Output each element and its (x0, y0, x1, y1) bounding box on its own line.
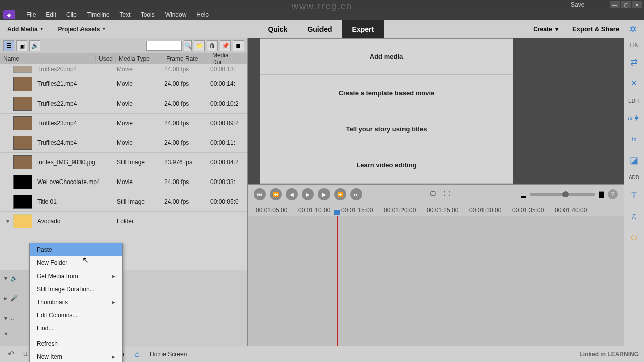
help-icon[interactable]: ? (608, 189, 618, 199)
image-view-icon[interactable]: ▣ (16, 40, 27, 51)
menu-tools[interactable]: Tools (136, 11, 160, 18)
collapse-icon[interactable]: ▾ (4, 315, 7, 322)
ctx-find[interactable]: Find... (30, 322, 122, 335)
list-view-icon[interactable]: ☰ (3, 40, 14, 51)
ctx-thumbnails[interactable]: Thumbnails▶ (30, 296, 122, 309)
close-button[interactable]: ✕ (632, 1, 642, 8)
zoom-in-icon[interactable]: ▇ (599, 191, 604, 198)
zoom-out-icon[interactable]: ▂ (521, 191, 526, 198)
zoom-slider[interactable] (530, 193, 595, 196)
ctx-edit-columns[interactable]: Edit Columns... (30, 309, 122, 322)
music-icon[interactable]: ♫ (628, 210, 641, 223)
asset-list: Truffles20.mp4Movie24.00 fps00:00:13: Tr… (0, 64, 247, 270)
search-input[interactable] (146, 41, 182, 51)
gear-icon[interactable]: ✲ (626, 24, 640, 35)
tab-expert[interactable]: Expert (342, 20, 384, 38)
goto-end-button[interactable]: ⏭ (350, 188, 362, 200)
asset-row[interactable]: Truffles20.mp4Movie24.00 fps00:00:13: (0, 64, 247, 74)
effects-icon[interactable]: fx✦ (628, 112, 641, 125)
folder-icon[interactable]: 📁 (194, 40, 205, 51)
search-icon[interactable]: 🔍 (184, 40, 192, 51)
ctx-new-folder[interactable]: New Folder (30, 256, 122, 269)
trash-icon[interactable]: 🗑 (207, 40, 218, 51)
asset-row[interactable]: Truffles23.mp4Movie24.00 fps00:00:09:2 (0, 114, 247, 133)
tab-guided[interactable]: Guided (297, 20, 342, 38)
audio-icon[interactable]: 🔊 (29, 40, 40, 51)
titles-icon[interactable]: T (628, 189, 641, 202)
timeline-tracks[interactable] (248, 216, 624, 346)
timeline-ruler[interactable]: 00:01:05:00 00:01:10:00 00:01:15:00 00:0… (248, 204, 624, 216)
fx-icon[interactable]: fx (628, 133, 641, 146)
step-back-button[interactable]: ◀ (286, 188, 298, 200)
maximize-button[interactable]: ▢ (621, 1, 631, 8)
menu-clip[interactable]: Clip (61, 11, 82, 18)
ruler-tick: 00:01:20:00 (384, 207, 427, 214)
collapse-icon[interactable]: ▾ (4, 275, 7, 282)
menu-text[interactable]: Text (115, 11, 136, 18)
menu-help[interactable]: Help (191, 11, 214, 18)
asset-row[interactable]: turtles_IMG_9830.jpgStill Image23.976 fp… (0, 153, 247, 172)
asset-row[interactable]: Title 01Still Image24.00 fps00:00:05:0 (0, 192, 247, 212)
goto-start-button[interactable]: ⏮ (254, 188, 266, 200)
welcome-learn[interactable]: Learn video editing (260, 147, 513, 184)
fast-fwd-button[interactable]: ⏩ (334, 188, 346, 200)
fullscreen-icon[interactable]: ⛶ (444, 190, 454, 198)
expand-icon[interactable]: ▾ (6, 218, 9, 225)
adjust-icon[interactable]: ⇄ (628, 56, 641, 69)
panel-menu-icon[interactable]: ≣ (233, 40, 244, 51)
menu-file[interactable]: File (21, 11, 41, 18)
playhead-icon[interactable] (334, 210, 340, 215)
col-rate[interactable]: Frame Rate (163, 55, 209, 62)
monitor-icon[interactable]: 🖵 (430, 190, 440, 198)
asset-row[interactable]: Truffles21.mp4Movie24.00 fps00:00:14: (0, 74, 247, 94)
play-button[interactable]: ▶ (302, 188, 314, 200)
ruler-tick: 00:01:30:00 (469, 207, 512, 214)
asset-row[interactable]: WeLoveChocolate.mp4Movie24.00 fps00:00:3… (0, 172, 247, 192)
col-name[interactable]: Name (0, 55, 96, 62)
music-icon[interactable]: ♫ (10, 315, 15, 322)
asset-dur: 00:00:04:2 (210, 159, 246, 166)
preview-left-pad (248, 38, 260, 184)
ctx-refresh[interactable]: Refresh (30, 337, 122, 350)
project-assets-button[interactable]: Project Assets▼ (51, 20, 114, 38)
save-label[interactable]: Save (571, 1, 584, 8)
thumb-icon (13, 97, 32, 111)
tools-icon[interactable]: ✕ (628, 77, 641, 90)
home-icon[interactable]: ⌂ (132, 349, 143, 360)
create-button[interactable]: Create ▼ (528, 25, 565, 33)
expand-icon[interactable]: ▸ (4, 295, 7, 302)
welcome-titles[interactable]: Tell your story using titles (260, 111, 513, 147)
asset-toolbar: ☰ ▣ 🔊 🔍 📁 🗑 📌 ≣ (0, 38, 247, 53)
ctx-new-item[interactable]: New Item▶ (30, 350, 122, 362)
ctx-get-media[interactable]: Get Media from▶ (30, 269, 122, 283)
col-type[interactable]: Media Type (116, 55, 163, 62)
menu-edit[interactable]: Edit (41, 11, 61, 18)
col-used[interactable]: Used (96, 55, 116, 62)
col-dur[interactable]: Media Dur (209, 52, 239, 66)
add-media-button[interactable]: Add Media▼ (0, 20, 51, 38)
menu-window[interactable]: Window (160, 11, 192, 18)
zoom-knob[interactable] (562, 191, 569, 197)
asset-row[interactable]: Truffles24.mp4Movie24.00 fps00:00:11: (0, 133, 247, 153)
export-share-button[interactable]: Export & Share (567, 25, 624, 33)
asset-row[interactable]: Truffles22.mp4Movie24.00 fps00:00:10:2 (0, 94, 247, 114)
pin-icon[interactable]: 📌 (220, 40, 231, 51)
ctx-paste[interactable]: Paste (30, 243, 122, 256)
ctx-still-duration[interactable]: Still Image Duration... (30, 283, 122, 296)
scroll-left-icon[interactable]: ◂ (4, 330, 7, 337)
asset-row-folder[interactable]: ▾AvocadoFolder (0, 212, 247, 231)
welcome-add-media[interactable]: Add media (260, 39, 513, 75)
welcome-template[interactable]: Create a template based movie (260, 75, 513, 111)
minimize-button[interactable]: — (610, 1, 620, 8)
graphics-icon[interactable]: ☺ (628, 231, 641, 244)
transitions-icon[interactable]: ◪ (628, 154, 641, 167)
thumb-icon (13, 66, 32, 73)
menu-timeline[interactable]: Timeline (82, 11, 115, 18)
undo-icon[interactable]: ↶ (5, 349, 16, 360)
mic-icon[interactable]: 🎤 (10, 295, 18, 302)
step-fwd-button[interactable]: ▶ (318, 188, 330, 200)
home-screen-label[interactable]: Home Screen (150, 351, 187, 358)
tab-quick[interactable]: Quick (258, 20, 297, 38)
rewind-button[interactable]: ⏪ (270, 188, 282, 200)
speaker-icon[interactable]: 🔊 (10, 275, 18, 282)
